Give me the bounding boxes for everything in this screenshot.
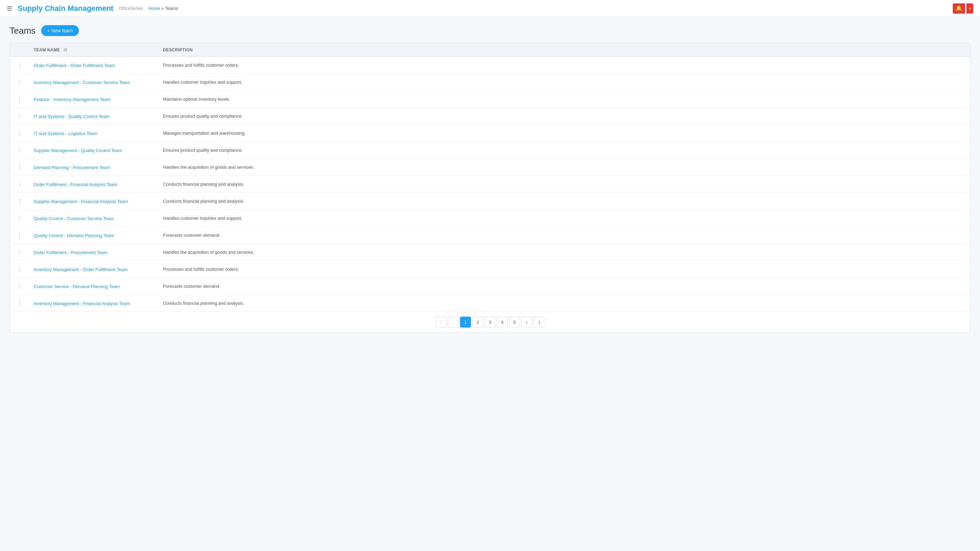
team-description: Maintains optimal inventory levels. bbox=[158, 91, 970, 108]
app-title: Supply Chain Management bbox=[18, 4, 113, 13]
team-name-link[interactable]: Supplier Management - Quality Control Te… bbox=[34, 148, 122, 153]
team-name-link[interactable]: Order Fulfillment - Procurement Team bbox=[34, 250, 108, 255]
col-header-team-name: TEAM NAME ⊟ bbox=[29, 43, 158, 57]
row-dots-button[interactable]: ⋮ bbox=[14, 112, 24, 120]
table-row: ⋮Inventory Management - Order Fulfillmen… bbox=[10, 261, 970, 278]
pagination-page-5-button[interactable]: 5 bbox=[509, 317, 520, 327]
table-body: ⋮Order Fulfillment - Order Fulfillment T… bbox=[10, 57, 970, 312]
breadcrumb-current: Teams bbox=[165, 6, 178, 11]
team-name-link[interactable]: Inventory Management - Customer Service … bbox=[34, 80, 130, 85]
table-row: ⋮IT and Systems - Quality Control TeamEn… bbox=[10, 108, 970, 125]
row-dots-button[interactable]: ⋮ bbox=[14, 265, 24, 273]
team-name-link[interactable]: Finance - Inventory Management Team bbox=[34, 97, 111, 102]
row-dots-button[interactable]: ⋮ bbox=[14, 78, 24, 86]
table-row: ⋮Finance - Inventory Management TeamMain… bbox=[10, 91, 970, 108]
table-row: ⋮Demand Planning - Procurement TeamHandl… bbox=[10, 159, 970, 176]
row-dots-button[interactable]: ⋮ bbox=[14, 163, 24, 171]
team-name-link[interactable]: Supplier Management - Financial Analysis… bbox=[34, 199, 128, 204]
row-dots-button[interactable]: ⋮ bbox=[14, 248, 24, 256]
team-description: Processes and fulfills customer orders. bbox=[158, 261, 970, 278]
pagination-first-button[interactable]: ⟨ bbox=[436, 317, 447, 327]
pagination-page-4-button[interactable]: 4 bbox=[497, 317, 508, 327]
table-row: ⋮Order Fulfillment - Procurement TeamHan… bbox=[10, 244, 970, 261]
team-name-link[interactable]: IT and Systems - Quality Control Team bbox=[34, 114, 110, 119]
team-name-link[interactable]: Order Fulfillment - Order Fulfillment Te… bbox=[34, 63, 115, 68]
teams-table-container: TEAM NAME ⊟ DESCRIPTION ⋮Order Fulfillme… bbox=[10, 43, 970, 333]
team-description: Handles the acquisition of goods and ser… bbox=[158, 159, 970, 176]
row-dots-button[interactable]: ⋮ bbox=[14, 214, 24, 222]
team-description: Manages transportation and warehousing. bbox=[158, 125, 970, 142]
row-dots-button[interactable]: ⋮ bbox=[14, 180, 24, 188]
team-description: Conducts financial planning and analysis… bbox=[158, 193, 970, 210]
pagination-page-3-button[interactable]: 3 bbox=[485, 317, 495, 327]
row-dots-button[interactable]: ⋮ bbox=[14, 129, 24, 137]
table-row: ⋮Order Fulfillment - Order Fulfillment T… bbox=[10, 57, 970, 74]
table-row: ⋮Inventory Management - Customer Service… bbox=[10, 74, 970, 91]
team-name-link[interactable]: Inventory Management - Order Fulfillment… bbox=[34, 267, 127, 272]
pagination-page-1-button[interactable]: 1 bbox=[460, 317, 471, 327]
team-name-link[interactable]: Inventory Management - Financial Analysi… bbox=[34, 301, 130, 306]
page-title: Teams bbox=[10, 25, 36, 36]
filter-icon[interactable]: ⊟ bbox=[63, 47, 67, 52]
row-dots-button[interactable]: ⋮ bbox=[14, 231, 24, 239]
breadcrumb-home-link[interactable]: Home bbox=[148, 6, 160, 11]
page-content: Teams + New team TEAM NAME ⊟ DESCRIPTION… bbox=[0, 17, 980, 341]
row-dots-button[interactable]: ⋮ bbox=[14, 61, 24, 69]
breadcrumb: Home » Teams bbox=[148, 6, 178, 11]
team-description: Ensures product quality and compliance. bbox=[158, 142, 970, 159]
page-header: Teams + New team bbox=[10, 25, 970, 36]
table-header-row: TEAM NAME ⊟ DESCRIPTION bbox=[10, 43, 970, 57]
team-name-link[interactable]: IT and Systems - Logistics Team bbox=[34, 131, 97, 136]
team-description: Handles customer inquiries and support. bbox=[158, 210, 970, 227]
team-name-link[interactable]: Customer Service - Demand Planning Team bbox=[34, 284, 120, 289]
col-header-actions bbox=[10, 43, 29, 57]
teams-table: TEAM NAME ⊟ DESCRIPTION ⋮Order Fulfillme… bbox=[10, 43, 970, 311]
team-name-link[interactable]: Quality Control - Customer Service Team bbox=[34, 216, 114, 221]
team-description: Conducts financial planning and analysis… bbox=[158, 295, 970, 312]
table-row: ⋮Customer Service - Demand Planning Team… bbox=[10, 278, 970, 295]
new-team-button[interactable]: + New team bbox=[41, 25, 79, 36]
team-name-link[interactable]: Order Fulfillment - Financial Analysis T… bbox=[34, 182, 118, 187]
table-row: ⋮IT and Systems - Logistics TeamManages … bbox=[10, 125, 970, 142]
row-dots-button[interactable]: ⋮ bbox=[14, 299, 24, 307]
team-description: Forecasts customer demand. bbox=[158, 278, 970, 295]
bell-icon: 🔔 bbox=[956, 5, 962, 11]
col-header-description: DESCRIPTION bbox=[158, 43, 970, 57]
team-description: Handles the acquisition of goods and ser… bbox=[158, 244, 970, 261]
pagination-next-button[interactable]: › bbox=[521, 317, 532, 327]
team-description: Forecasts customer demand. bbox=[158, 227, 970, 244]
team-description: Ensures product quality and compliance. bbox=[158, 108, 970, 125]
row-dots-button[interactable]: ⋮ bbox=[14, 197, 24, 205]
header-right: 🔔 ▾ bbox=[953, 3, 973, 14]
breadcrumb-sep: » bbox=[161, 6, 164, 11]
table-row: ⋮Inventory Management - Financial Analys… bbox=[10, 295, 970, 312]
pagination-prev-button[interactable]: ‹ bbox=[448, 317, 459, 327]
header-dropdown-button[interactable]: ▾ bbox=[966, 3, 973, 14]
chevron-down-icon: ▾ bbox=[969, 6, 971, 10]
team-description: Processes and fulfills customer orders. bbox=[158, 57, 970, 74]
app-subtitle: OfficeSeries bbox=[119, 6, 143, 11]
pagination-page-2-button[interactable]: 2 bbox=[472, 317, 483, 327]
table-row: ⋮Supplier Management - Quality Control T… bbox=[10, 142, 970, 159]
header: ☰ Supply Chain Management OfficeSeries H… bbox=[0, 0, 980, 17]
table-row: ⋮Supplier Management - Financial Analysi… bbox=[10, 193, 970, 210]
table-row: ⋮Quality Control - Demand Planning TeamF… bbox=[10, 227, 970, 244]
team-description: Handles customer inquiries and support. bbox=[158, 74, 970, 91]
bell-button[interactable]: 🔔 bbox=[953, 3, 965, 14]
table-row: ⋮Order Fulfillment - Financial Analysis … bbox=[10, 176, 970, 193]
table-row: ⋮Quality Control - Customer Service Team… bbox=[10, 210, 970, 227]
team-description: Conducts financial planning and analysis… bbox=[158, 176, 970, 193]
pagination-last-button[interactable]: ⟩ bbox=[533, 317, 544, 327]
team-name-link[interactable]: Demand Planning - Procurement Team bbox=[34, 165, 110, 170]
row-dots-button[interactable]: ⋮ bbox=[14, 95, 24, 103]
header-left: ☰ Supply Chain Management OfficeSeries H… bbox=[7, 4, 178, 13]
row-dots-button[interactable]: ⋮ bbox=[14, 146, 24, 154]
hamburger-icon[interactable]: ☰ bbox=[7, 5, 12, 12]
row-dots-button[interactable]: ⋮ bbox=[14, 282, 24, 290]
pagination: ⟨ ‹ 1 2 3 4 5 › ⟩ bbox=[10, 311, 970, 332]
team-name-link[interactable]: Quality Control - Demand Planning Team bbox=[34, 233, 114, 238]
